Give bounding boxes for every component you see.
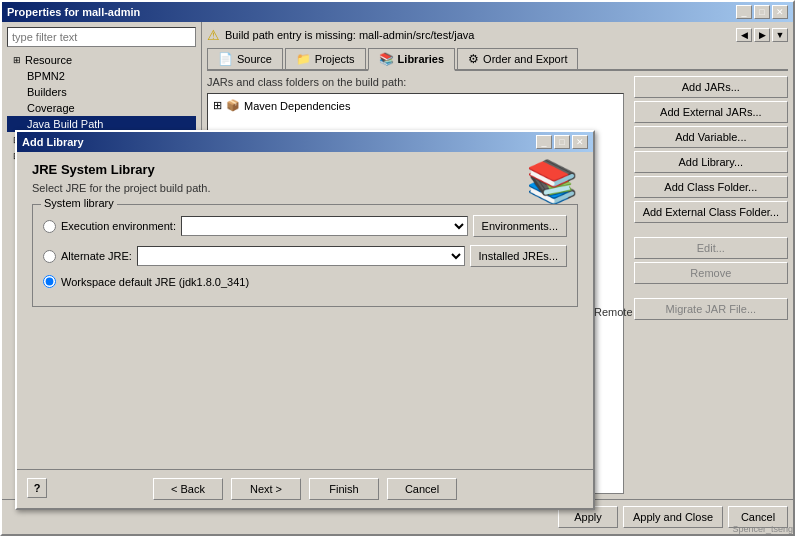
- dialog-body: JRE System Library Select JRE for the pr…: [17, 152, 593, 317]
- help-button[interactable]: ?: [27, 478, 47, 498]
- execution-env-row: Execution environment: Environments...: [43, 215, 567, 237]
- dialog-maximize-button[interactable]: □: [554, 135, 570, 149]
- exec-env-label: Execution environment:: [61, 220, 176, 232]
- watermark: Spencer_tseng: [732, 524, 793, 534]
- alternate-jre-dropdown[interactable]: [137, 246, 465, 266]
- finish-button[interactable]: Finish: [309, 478, 379, 500]
- workspace-jre-label: Workspace default JRE (jdk1.8.0_341): [61, 276, 249, 288]
- dialog-close-button[interactable]: ✕: [572, 135, 588, 149]
- alternate-jre-row: Alternate JRE: Installed JREs...: [43, 245, 567, 267]
- dialog-title-bar: Add Library _ □ ✕: [17, 132, 593, 152]
- dialog-minimize-button[interactable]: _: [536, 135, 552, 149]
- workspace-jre-radio[interactable]: [43, 275, 56, 288]
- next-button[interactable]: Next >: [231, 478, 301, 500]
- exec-env-radio[interactable]: [43, 220, 56, 233]
- dialog-heading: JRE System Library: [32, 162, 578, 177]
- dialog-bottom-bar: ? < Back Next > Finish Cancel: [17, 469, 593, 508]
- dialog-subtext: Select JRE for the project build path.: [32, 182, 578, 194]
- alternate-jre-label: Alternate JRE:: [61, 250, 132, 262]
- back-button[interactable]: < Back: [153, 478, 223, 500]
- dialog-cancel-button[interactable]: Cancel: [387, 478, 457, 500]
- exec-env-dropdown[interactable]: [181, 216, 468, 236]
- dialog-title-buttons: _ □ ✕: [536, 135, 588, 149]
- help-button-area: ?: [27, 478, 47, 498]
- dialog-overlay: Add Library _ □ ✕ JRE System Library Sel…: [0, 0, 795, 536]
- system-library-groupbox: System library Execution environment: En…: [32, 204, 578, 307]
- add-library-dialog: Add Library _ □ ✕ JRE System Library Sel…: [15, 130, 595, 510]
- remote-label: Remote: [594, 306, 633, 318]
- environments-button[interactable]: Environments...: [473, 215, 567, 237]
- installed-jres-button[interactable]: Installed JREs...: [470, 245, 567, 267]
- alternate-jre-radio[interactable]: [43, 250, 56, 263]
- dialog-title-text: Add Library: [22, 136, 84, 148]
- jre-books-icon: 📚: [526, 157, 578, 206]
- workspace-jre-row: Workspace default JRE (jdk1.8.0_341): [43, 275, 567, 288]
- group-box-label: System library: [41, 197, 117, 209]
